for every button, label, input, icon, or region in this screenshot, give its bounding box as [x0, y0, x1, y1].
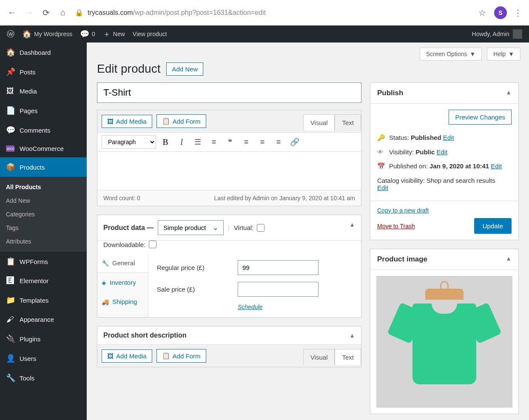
url-bar[interactable]: 🔒 trycasuals.com/wp-admin/post.php?post=…	[75, 9, 470, 17]
products-submenu: All Products Add New Categories Tags Att…	[0, 177, 87, 252]
toggle-icon[interactable]: ▲	[349, 221, 355, 228]
media-icon: 🖼	[107, 118, 114, 125]
user-avatar[interactable]	[513, 29, 522, 39]
sidebar-item-comments[interactable]: 💬Comments	[0, 120, 87, 140]
product-title-input[interactable]	[97, 82, 361, 103]
sidebar-item-woocommerce[interactable]: wooWooCommerce	[0, 140, 87, 157]
sidebar-item-posts[interactable]: 📌Posts	[0, 62, 87, 82]
submenu-all-products[interactable]: All Products	[0, 180, 87, 194]
browser-menu-icon[interactable]: ⋮	[514, 8, 522, 18]
product-type-select[interactable]: Simple product	[158, 220, 224, 235]
virtual-checkbox[interactable]	[257, 224, 264, 232]
profile-avatar[interactable]: S	[494, 6, 507, 19]
align-center-button[interactable]: ≡	[256, 135, 269, 149]
pd-tab-shipping[interactable]: 🚚Shipping	[97, 292, 148, 311]
edit-catalog-link[interactable]: Edit	[377, 184, 388, 191]
numbered-list-button[interactable]: ≡	[207, 135, 221, 149]
toggle-icon[interactable]: ▲	[506, 255, 512, 264]
italic-button[interactable]: I	[175, 135, 188, 149]
pd-tab-inventory[interactable]: ◈Inventory	[97, 273, 148, 292]
woo-icon: woo	[6, 145, 14, 152]
wp-logo[interactable]: ⓦ	[7, 29, 14, 39]
short-tab-visual[interactable]: Visual	[303, 349, 335, 365]
edit-status-link[interactable]: Edit	[443, 134, 454, 141]
media-icon: 🖼	[107, 352, 114, 360]
product-image-thumbnail[interactable]	[376, 276, 512, 408]
format-select[interactable]: Paragraph	[102, 135, 156, 149]
submenu-categories[interactable]: Categories	[0, 207, 87, 221]
back-button[interactable]: ←	[7, 8, 17, 18]
align-right-button[interactable]: ≡	[272, 135, 285, 149]
preview-changes-button[interactable]: Preview Changes	[449, 110, 512, 125]
view-product-link[interactable]: View product	[133, 31, 167, 37]
sidebar-item-appearance[interactable]: 🖌Appearance	[0, 310, 87, 329]
admin-sidebar: 🏠Dashboard 📌Posts 🖼Media 📄Pages 💬Comment…	[0, 43, 87, 420]
add-media-button[interactable]: 🖼Add Media	[102, 115, 152, 128]
howdy-text[interactable]: Howdy, Admin	[472, 31, 509, 37]
star-icon[interactable]: ☆	[477, 8, 487, 18]
inventory-icon: ◈	[102, 279, 106, 286]
sidebar-item-users[interactable]: 👤Users	[0, 349, 87, 368]
move-to-trash-link[interactable]: Move to Trash	[377, 223, 415, 230]
regular-price-input[interactable]	[238, 260, 319, 275]
sidebar-item-media[interactable]: 🖼Media	[0, 82, 87, 101]
link-button[interactable]: 🔗	[288, 135, 301, 149]
edit-visibility-link[interactable]: Edit	[436, 148, 447, 156]
wrench-icon: 🔧	[102, 260, 109, 267]
url-domain: trycasuals.com	[88, 9, 133, 16]
copy-draft-link[interactable]: Copy to a new draft	[377, 207, 512, 214]
short-tab-text[interactable]: Text	[335, 349, 361, 365]
schedule-link[interactable]: Schedule	[238, 304, 262, 310]
submenu-attributes[interactable]: Attributes	[0, 235, 87, 248]
forward-button[interactable]: →	[24, 8, 34, 18]
site-name-link[interactable]: 🏠My Wordpress	[22, 29, 72, 39]
dashboard-icon: 🏠	[6, 48, 14, 57]
truck-icon: 🚚	[102, 298, 109, 305]
sidebar-item-elementor[interactable]: 🅴Elementor	[0, 271, 87, 290]
toggle-icon[interactable]: ▲	[349, 332, 355, 339]
help-button[interactable]: Help ▼	[487, 48, 520, 60]
pd-tab-general[interactable]: 🔧General	[97, 253, 148, 273]
screen-options-button[interactable]: Screen Options ▼	[420, 48, 482, 60]
add-form-button[interactable]: 📋Add Form	[156, 114, 206, 128]
tab-visual[interactable]: Visual	[303, 114, 335, 131]
form-icon: 📋	[162, 117, 170, 125]
elementor-icon: 🅴	[6, 276, 14, 285]
sidebar-item-tools[interactable]: 🔧Tools	[0, 368, 87, 388]
update-button[interactable]: Update	[474, 218, 512, 234]
short-add-form-button[interactable]: 📋Add Form	[156, 349, 206, 363]
new-content-link[interactable]: ＋New	[103, 29, 125, 39]
reload-button[interactable]: ⟳	[41, 8, 51, 18]
sidebar-item-pages[interactable]: 📄Pages	[0, 101, 87, 120]
bold-button[interactable]: B	[159, 135, 172, 149]
home-button[interactable]: ⌂	[58, 8, 68, 18]
sale-price-input[interactable]	[238, 282, 319, 297]
word-count: Word count: 0	[103, 195, 140, 201]
align-left-button[interactable]: ≡	[239, 135, 253, 149]
tab-text[interactable]: Text	[335, 114, 361, 131]
sidebar-item-products[interactable]: 📦Products	[0, 157, 87, 177]
regular-price-label: Regular price (£)	[157, 264, 229, 271]
sidebar-item-plugins[interactable]: 🔌Plugins	[0, 329, 87, 349]
short-add-media-button[interactable]: 🖼Add Media	[102, 349, 152, 363]
bullet-list-button[interactable]: ☰	[191, 135, 205, 149]
calendar-icon: 📅	[377, 162, 385, 170]
downloadable-checkbox[interactable]	[149, 241, 156, 248]
form-icon: 📋	[162, 352, 170, 360]
sidebar-item-dashboard[interactable]: 🏠Dashboard	[0, 43, 87, 62]
comments-link[interactable]: 💬0	[80, 29, 95, 39]
media-icon: 🖼	[6, 87, 14, 96]
key-icon: 🔑	[377, 134, 385, 142]
editor-content[interactable]	[97, 152, 361, 190]
sidebar-item-templates[interactable]: 📁Templates	[0, 290, 87, 310]
products-icon: 📦	[6, 162, 14, 172]
add-new-button[interactable]: Add New	[166, 62, 203, 76]
submenu-tags[interactable]: Tags	[0, 221, 87, 235]
sale-price-label: Sale price (£)	[157, 286, 229, 293]
quote-button[interactable]: ❝	[223, 135, 237, 149]
templates-icon: 📁	[6, 295, 14, 305]
toggle-icon[interactable]: ▲	[506, 89, 512, 97]
sidebar-item-wpforms[interactable]: 📋WPForms	[0, 252, 87, 271]
edit-date-link[interactable]: Edit	[491, 162, 502, 170]
submenu-add-new[interactable]: Add New	[0, 194, 87, 207]
